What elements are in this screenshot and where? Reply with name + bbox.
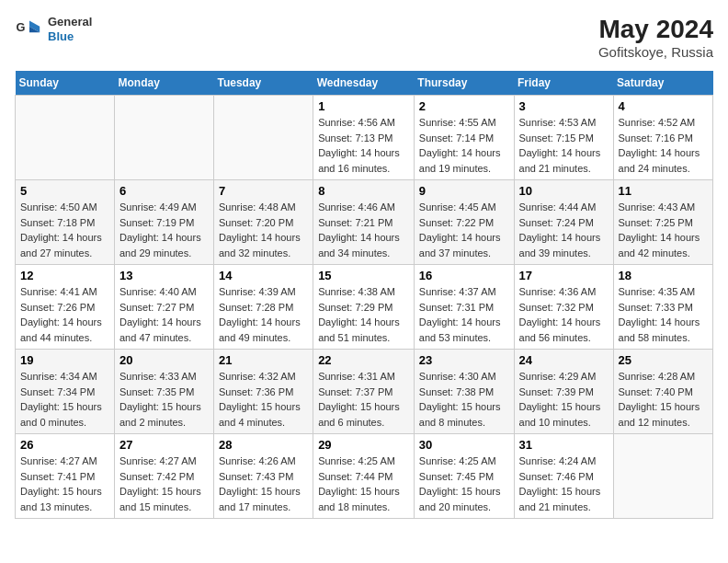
day-info: Sunrise: 4:48 AM Sunset: 7:20 PM Dayligh… (219, 200, 308, 260)
calendar-cell: 26 Sunrise: 4:27 AM Sunset: 7:41 PM Dayl… (16, 434, 115, 519)
day-number: 24 (519, 353, 609, 367)
calendar-cell: 3 Sunrise: 4:53 AM Sunset: 7:15 PM Dayli… (514, 96, 613, 180)
sunrise-text: Sunrise: 4:25 AM (318, 455, 395, 466)
calendar-table: SundayMondayTuesdayWednesdayThursdayFrid… (15, 71, 713, 519)
sunrise-text: Sunrise: 4:24 AM (519, 455, 597, 466)
sunset-text: Sunset: 7:39 PM (519, 386, 594, 397)
day-number: 21 (219, 353, 308, 367)
daylight-text: Daylight: 15 hours and 0 minutes. (20, 401, 102, 428)
calendar-cell: 10 Sunrise: 4:44 AM Sunset: 7:24 PM Dayl… (514, 180, 613, 265)
day-number: 2 (419, 99, 509, 113)
sunset-text: Sunset: 7:25 PM (619, 217, 693, 228)
svg-text:G: G (17, 20, 26, 34)
calendar-cell: 6 Sunrise: 4:49 AM Sunset: 7:19 PM Dayli… (114, 180, 213, 265)
sunset-text: Sunset: 7:26 PM (20, 302, 95, 313)
day-info: Sunrise: 4:40 AM Sunset: 7:27 PM Dayligh… (119, 284, 209, 345)
day-info: Sunrise: 4:50 AM Sunset: 7:18 PM Dayligh… (20, 200, 109, 260)
daylight-text: Daylight: 14 hours and 42 minutes. (619, 232, 700, 259)
calendar-cell: 18 Sunrise: 4:35 AM Sunset: 7:33 PM Dayl… (613, 265, 712, 350)
calendar-cell (613, 434, 712, 519)
month-year-title: May 2024 (598, 15, 713, 44)
daylight-text: Daylight: 15 hours and 17 minutes. (219, 486, 301, 512)
calendar-cell: 20 Sunrise: 4:33 AM Sunset: 7:35 PM Dayl… (114, 350, 213, 434)
calendar-cell: 14 Sunrise: 4:39 AM Sunset: 7:28 PM Dayl… (213, 265, 313, 350)
logo-text: General Blue (48, 15, 92, 43)
daylight-text: Daylight: 14 hours and 37 minutes. (419, 232, 501, 259)
daylight-text: Daylight: 14 hours and 58 minutes. (619, 316, 700, 343)
sunset-text: Sunset: 7:27 PM (119, 302, 194, 313)
daylight-text: Daylight: 15 hours and 12 minutes. (619, 401, 700, 428)
day-number: 6 (119, 184, 209, 198)
sunrise-text: Sunrise: 4:35 AM (619, 286, 696, 297)
sunrise-text: Sunrise: 4:41 AM (20, 286, 97, 297)
daylight-text: Daylight: 14 hours and 53 minutes. (419, 316, 501, 343)
daylight-text: Daylight: 14 hours and 27 minutes. (20, 232, 102, 259)
sunset-text: Sunset: 7:46 PM (519, 471, 594, 482)
sunset-text: Sunset: 7:40 PM (619, 386, 693, 397)
sunrise-text: Sunrise: 4:25 AM (419, 455, 496, 466)
column-header-friday: Friday (514, 71, 613, 96)
column-header-thursday: Thursday (414, 71, 514, 96)
day-info: Sunrise: 4:25 AM Sunset: 7:44 PM Dayligh… (318, 454, 409, 514)
calendar-cell: 27 Sunrise: 4:27 AM Sunset: 7:42 PM Dayl… (114, 434, 213, 519)
location-subtitle: Gofitskoye, Russia (598, 44, 713, 60)
sunrise-text: Sunrise: 4:39 AM (219, 286, 296, 297)
sunrise-text: Sunrise: 4:37 AM (419, 286, 496, 297)
day-info: Sunrise: 4:24 AM Sunset: 7:46 PM Dayligh… (519, 454, 609, 514)
sunrise-text: Sunrise: 4:33 AM (119, 371, 197, 382)
calendar-week-row: 12 Sunrise: 4:41 AM Sunset: 7:26 PM Dayl… (16, 265, 713, 350)
calendar-cell: 23 Sunrise: 4:30 AM Sunset: 7:38 PM Dayl… (414, 350, 514, 434)
daylight-text: Daylight: 14 hours and 34 minutes. (318, 232, 400, 259)
logo-icon: G (15, 15, 44, 44)
sunrise-text: Sunrise: 4:52 AM (619, 117, 696, 128)
calendar-cell: 28 Sunrise: 4:26 AM Sunset: 7:43 PM Dayl… (213, 434, 313, 519)
daylight-text: Daylight: 14 hours and 24 minutes. (619, 147, 700, 174)
daylight-text: Daylight: 14 hours and 19 minutes. (419, 147, 501, 174)
calendar-cell: 16 Sunrise: 4:37 AM Sunset: 7:31 PM Dayl… (414, 265, 514, 350)
sunset-text: Sunset: 7:34 PM (20, 386, 95, 397)
sunset-text: Sunset: 7:21 PM (318, 217, 392, 228)
sunset-text: Sunset: 7:41 PM (20, 471, 95, 482)
daylight-text: Daylight: 15 hours and 6 minutes. (318, 401, 400, 428)
daylight-text: Daylight: 14 hours and 39 minutes. (519, 232, 601, 259)
day-number: 17 (519, 269, 609, 282)
sunset-text: Sunset: 7:13 PM (318, 132, 392, 144)
day-number: 29 (318, 438, 409, 452)
sunset-text: Sunset: 7:44 PM (318, 471, 392, 482)
day-info: Sunrise: 4:49 AM Sunset: 7:19 PM Dayligh… (119, 200, 209, 260)
day-number: 23 (419, 353, 509, 367)
daylight-text: Daylight: 15 hours and 2 minutes. (119, 401, 201, 428)
day-info: Sunrise: 4:35 AM Sunset: 7:33 PM Dayligh… (619, 284, 708, 345)
day-number: 26 (20, 438, 109, 452)
calendar-cell: 25 Sunrise: 4:28 AM Sunset: 7:40 PM Dayl… (613, 350, 712, 434)
day-number: 15 (318, 269, 409, 282)
sunset-text: Sunset: 7:42 PM (119, 471, 194, 482)
day-number: 18 (619, 269, 708, 282)
day-number: 13 (119, 269, 209, 282)
sunset-text: Sunset: 7:24 PM (519, 217, 594, 228)
daylight-text: Daylight: 14 hours and 44 minutes. (20, 316, 102, 343)
sunrise-text: Sunrise: 4:34 AM (20, 371, 97, 382)
day-number: 20 (119, 353, 209, 367)
sunrise-text: Sunrise: 4:43 AM (619, 201, 696, 213)
column-header-sunday: Sunday (16, 71, 115, 96)
calendar-cell: 19 Sunrise: 4:34 AM Sunset: 7:34 PM Dayl… (16, 350, 115, 434)
day-info: Sunrise: 4:38 AM Sunset: 7:29 PM Dayligh… (318, 284, 409, 345)
day-info: Sunrise: 4:26 AM Sunset: 7:43 PM Dayligh… (219, 454, 308, 514)
day-info: Sunrise: 4:32 AM Sunset: 7:36 PM Dayligh… (219, 369, 308, 430)
calendar-cell: 8 Sunrise: 4:46 AM Sunset: 7:21 PM Dayli… (313, 180, 415, 265)
logo: G General Blue (15, 15, 92, 44)
day-number: 25 (619, 353, 708, 367)
day-number: 12 (20, 269, 109, 282)
daylight-text: Daylight: 15 hours and 18 minutes. (318, 486, 400, 512)
day-number: 5 (20, 184, 109, 198)
sunset-text: Sunset: 7:15 PM (519, 132, 594, 144)
sunset-text: Sunset: 7:18 PM (20, 217, 95, 228)
day-info: Sunrise: 4:36 AM Sunset: 7:32 PM Dayligh… (519, 284, 609, 345)
sunset-text: Sunset: 7:14 PM (419, 132, 494, 144)
sunset-text: Sunset: 7:43 PM (219, 471, 293, 482)
column-header-saturday: Saturday (613, 71, 712, 96)
sunrise-text: Sunrise: 4:28 AM (619, 371, 696, 382)
sunset-text: Sunset: 7:16 PM (619, 132, 693, 144)
day-number: 4 (619, 99, 708, 113)
